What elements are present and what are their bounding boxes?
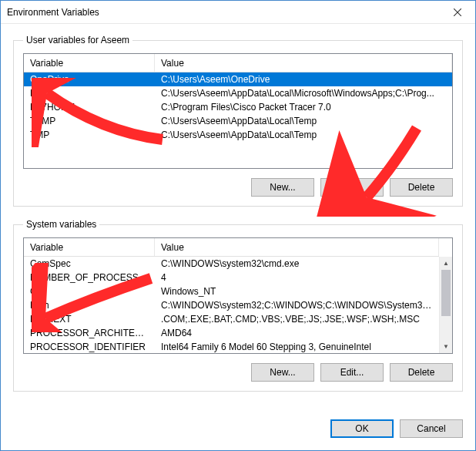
table-row[interactable]: PathC:\WINDOWS\system32;C:\WINDOWS;C:\WI… [24, 298, 439, 312]
chevron-up-icon: ▲ [443, 260, 449, 267]
list-header: Variable Value [24, 54, 452, 72]
close-icon [454, 8, 461, 16]
cell-value: AMD64 [155, 327, 439, 339]
user-delete-button[interactable]: Delete [390, 178, 453, 197]
cell-value: Intel64 Family 6 Model 60 Stepping 3, Ge… [155, 341, 439, 353]
scrollbar[interactable]: ▲ ▼ [439, 257, 452, 353]
system-variables-legend: System variables [23, 219, 99, 230]
user-new-button[interactable]: New... [251, 178, 314, 197]
system-delete-button[interactable]: Delete [390, 363, 453, 382]
cell-variable: Path [24, 87, 155, 99]
window-title: Environment Variables [7, 7, 440, 18]
table-row[interactable]: PATHEXT.COM;.EXE;.BAT;.CMD;.VBS;.VBE;.JS… [24, 312, 439, 326]
user-buttons: New... Edit... Delete [23, 178, 453, 197]
table-row[interactable]: PROCESSOR_IDENTIFIERIntel64 Family 6 Mod… [24, 340, 439, 353]
col-header-value[interactable]: Value [155, 238, 439, 256]
scroll-thumb[interactable] [441, 270, 451, 316]
scroll-down-button[interactable]: ▼ [440, 340, 452, 353]
table-row[interactable]: OSWindows_NT [24, 284, 439, 298]
ok-button[interactable]: OK [330, 419, 394, 438]
table-row[interactable]: PROCESSOR_ARCHITECTUREAMD64 [24, 326, 439, 340]
cell-variable: OneDrive [24, 73, 155, 86]
system-variables-list[interactable]: Variable Value ComSpecC:\WINDOWS\system3… [23, 237, 453, 354]
cell-value: C:\Program Files\Cisco Packet Tracer 7.0 [155, 101, 452, 113]
cell-value: Windows_NT [155, 285, 439, 298]
list-header: Variable Value [24, 238, 439, 257]
environment-variables-dialog: Environment Variables User variables for… [0, 0, 476, 451]
cell-variable: PT7HOME [24, 101, 155, 113]
cell-variable: ComSpec [24, 257, 155, 270]
system-edit-button[interactable]: Edit... [320, 363, 384, 382]
cell-variable: PATHEXT [24, 313, 155, 325]
cell-variable: TMP [24, 129, 155, 141]
cell-variable: OS [24, 285, 155, 298]
chevron-down-icon: ▼ [443, 343, 449, 350]
system-new-button[interactable]: New... [251, 363, 314, 382]
col-header-value[interactable]: Value [155, 54, 452, 72]
cell-value: C:\WINDOWS\system32;C:\WINDOWS;C:\WINDOW… [155, 299, 439, 311]
cell-variable: TEMP [24, 115, 155, 127]
cell-value: C:\Users\Aseem\AppData\Local\Microsoft\W… [155, 87, 452, 99]
close-button[interactable] [440, 1, 475, 24]
table-row[interactable]: TMPC:\Users\Aseem\AppData\Local\Temp [24, 128, 452, 142]
table-row[interactable]: OneDriveC:\Users\Aseem\OneDrive [24, 72, 452, 86]
user-edit-button[interactable]: Edit... [320, 178, 384, 197]
user-variables-group: User variables for Aseem Variable Value … [13, 35, 463, 207]
table-row[interactable]: ComSpecC:\WINDOWS\system32\cmd.exe [24, 257, 439, 271]
cell-variable: NUMBER_OF_PROCESSORS [24, 271, 155, 284]
cell-value: 4 [155, 271, 439, 284]
user-variables-list[interactable]: Variable Value OneDriveC:\Users\Aseem\On… [23, 53, 453, 169]
cell-variable: Path [24, 299, 155, 311]
table-row[interactable]: PathC:\Users\Aseem\AppData\Local\Microso… [24, 86, 452, 100]
user-variables-legend: User variables for Aseem [23, 35, 132, 45]
cell-value: C:\Users\Aseem\AppData\Local\Temp [155, 129, 452, 141]
table-row[interactable]: PT7HOMEC:\Program Files\Cisco Packet Tra… [24, 100, 452, 114]
cell-value: C:\Users\Aseem\AppData\Local\Temp [155, 115, 452, 127]
system-variables-group: System variables Variable Value ComSpecC… [13, 219, 463, 392]
cell-variable: PROCESSOR_ARCHITECTURE [24, 327, 155, 339]
col-header-variable[interactable]: Variable [24, 54, 155, 72]
dialog-footer: OK Cancel [1, 415, 475, 450]
cell-value: C:\Users\Aseem\OneDrive [155, 73, 452, 86]
cancel-button[interactable]: Cancel [400, 419, 463, 438]
titlebar: Environment Variables [1, 1, 475, 24]
col-header-variable[interactable]: Variable [24, 238, 155, 256]
scroll-up-button[interactable]: ▲ [440, 257, 452, 270]
cell-variable: PROCESSOR_IDENTIFIER [24, 341, 155, 353]
cell-value: .COM;.EXE;.BAT;.CMD;.VBS;.VBE;.JS;.JSE;.… [155, 313, 439, 325]
dialog-content: User variables for Aseem Variable Value … [1, 24, 475, 415]
table-row[interactable]: NUMBER_OF_PROCESSORS4 [24, 271, 439, 284]
system-buttons: New... Edit... Delete [23, 363, 453, 382]
scroll-track[interactable] [440, 270, 452, 340]
table-row[interactable]: TEMPC:\Users\Aseem\AppData\Local\Temp [24, 114, 452, 128]
cell-value: C:\WINDOWS\system32\cmd.exe [155, 257, 439, 270]
